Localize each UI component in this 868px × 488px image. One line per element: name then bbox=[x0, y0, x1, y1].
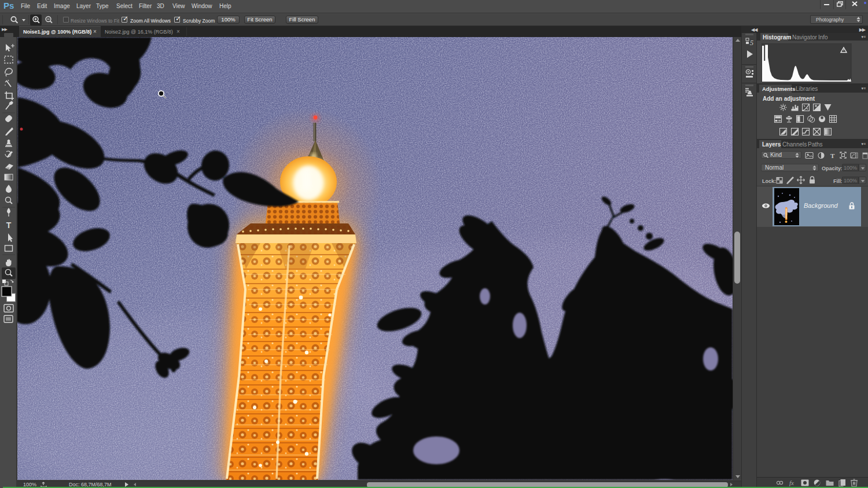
svg-text:5: 5 bbox=[750, 39, 753, 47]
svg-text:T: T bbox=[6, 221, 12, 230]
svg-text:T: T bbox=[830, 152, 835, 159]
svg-text:fx: fx bbox=[789, 479, 794, 486]
